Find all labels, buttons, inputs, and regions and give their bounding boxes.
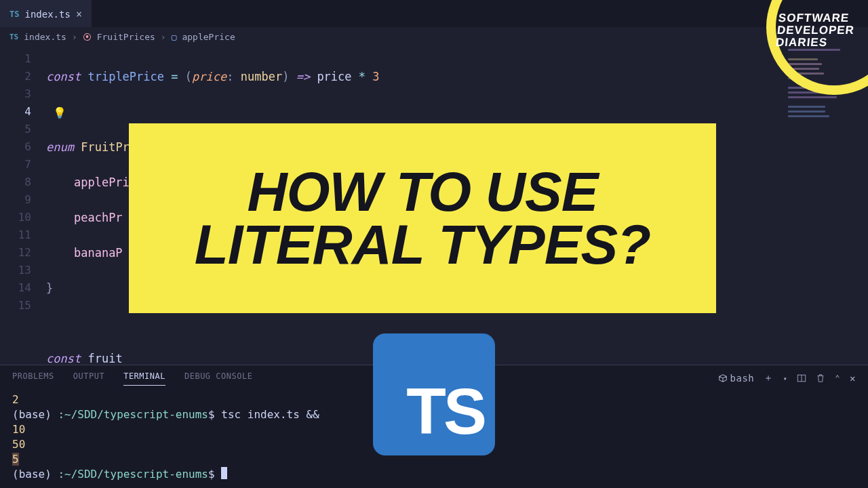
box-icon [718,373,728,383]
breadcrumb-enum[interactable]: FruitPrices [97,32,155,42]
cursor-block [221,467,227,479]
close-panel-button[interactable]: ✕ [850,373,856,384]
breadcrumb-member[interactable]: applePrice [182,32,235,42]
chevron-up-icon[interactable]: ⌃ [835,373,840,383]
terminal-profile-select[interactable]: bash [718,373,755,384]
terminal-prompt[interactable]: (base) :~/SDD/typescript-enums$ [12,467,856,482]
chevron-right-icon: › [161,32,166,42]
tab-problems[interactable]: PROBLEMS [12,371,54,385]
tab-filename: index.ts [24,9,70,20]
chevron-down-icon[interactable]: ▾ [783,375,788,382]
breadcrumb-file[interactable]: index.ts [24,32,66,42]
close-icon[interactable]: × [76,8,82,20]
tab-output[interactable]: OUTPUT [73,371,104,385]
ts-file-icon: TS [9,9,19,19]
ts-file-icon: TS [9,33,18,41]
title-overlay: HOW TO USE LITERAL TYPES? [129,123,716,313]
tab-bar: TS index.ts × [0,0,868,27]
tab-terminal[interactable]: TERMINAL [123,371,165,386]
enum-icon: ⦿ [83,32,92,42]
split-terminal-button[interactable] [797,373,806,383]
line-gutter: 1 2 3 4 5 6 7 8 9 10 11 12 13 14 15 💡 [0,50,46,365]
tab-debug-console[interactable]: DEBUG CONSOLE [184,371,252,385]
lightbulb-icon[interactable]: 💡 [53,104,66,122]
field-icon: ▢ [172,32,177,42]
breadcrumb: TS index.ts › ⦿ FruitPrices › ▢ applePri… [0,27,868,46]
chevron-right-icon: › [72,32,77,42]
typescript-logo: TS [373,333,495,455]
channel-logo: SOFTWARE DEVELOPER DIARIES [753,0,868,81]
new-terminal-button[interactable]: ＋ [764,372,774,384]
tab-index-ts[interactable]: TS index.ts × [0,0,92,27]
trash-icon[interactable] [816,373,825,383]
